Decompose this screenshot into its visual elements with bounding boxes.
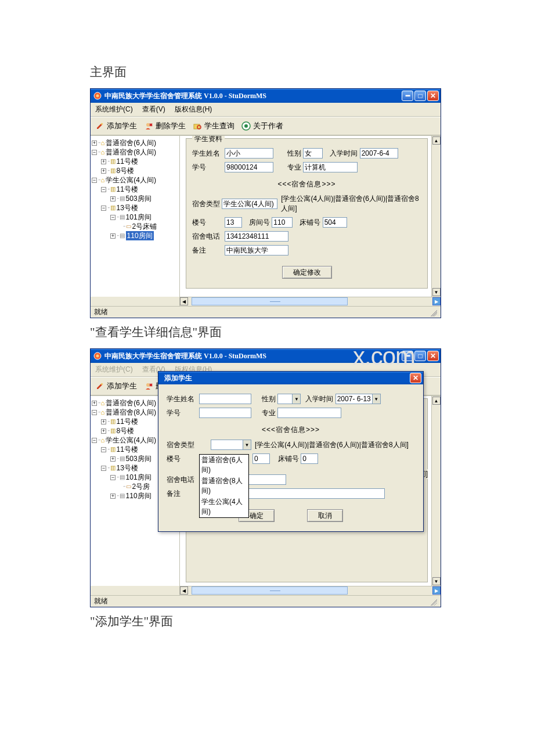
menu-system[interactable]: 系统维护(C)	[93, 104, 135, 115]
tree-node[interactable]: 11号楼	[117, 445, 138, 454]
scroll-down-icon[interactable]: ▼	[432, 288, 441, 296]
tree-node[interactable]: 101房间	[126, 213, 151, 222]
resize-grip-icon[interactable]	[429, 308, 437, 316]
enroll-label: 入学时间	[330, 149, 358, 159]
tree-node[interactable]: 普通宿舍(8人间)	[106, 147, 156, 157]
toolbar-delete-student[interactable]: 删除学生	[144, 121, 186, 131]
expand-icon[interactable]: +	[110, 233, 116, 239]
expand-icon[interactable]: +	[110, 456, 116, 462]
titlebar[interactable]: 中南民族大学学生宿舍管理系统 V1.0.0 - StuDormMS ━ □ ✕	[91, 89, 441, 103]
tree-node[interactable]: 普通宿舍(6人间)	[106, 398, 156, 408]
maximize-button[interactable]: □	[414, 91, 426, 101]
chevron-down-icon[interactable]: ▼	[372, 394, 380, 404]
expand-icon[interactable]: +	[110, 196, 116, 201]
tree-node-selected[interactable]: 110房间	[126, 231, 154, 240]
collapse-icon[interactable]: −	[92, 178, 97, 183]
expand-icon[interactable]: +	[92, 401, 97, 406]
phone-input[interactable]	[225, 231, 288, 242]
toolbar-query-student[interactable]: 学生查询	[193, 121, 234, 131]
tree-node[interactable]: 普通宿舍(8人间)	[106, 408, 156, 417]
scroll-thumb[interactable]	[192, 297, 348, 305]
scroll-up-icon[interactable]: ▲	[432, 397, 441, 405]
name-input[interactable]	[199, 394, 251, 404]
tree-node[interactable]: 13号楼	[117, 203, 138, 213]
toolbar-about[interactable]: 关于作者	[241, 121, 283, 131]
horizontal-scrollbar[interactable]: ◀ ▶	[180, 297, 441, 306]
dialog-titlebar[interactable]: 添加学生 ✕	[158, 372, 423, 384]
chevron-down-icon[interactable]: ▼	[292, 394, 300, 404]
tree-node[interactable]: 2号房	[132, 482, 150, 491]
confirm-modify-button[interactable]: 确定修改	[282, 266, 332, 279]
tree-node[interactable]: 2号床铺	[132, 222, 157, 231]
collapse-icon[interactable]: −	[101, 447, 106, 452]
collapse-icon[interactable]: −	[92, 438, 97, 443]
major-input[interactable]	[277, 408, 341, 418]
scroll-thumb[interactable]	[192, 586, 348, 595]
tree-node[interactable]: 8号楼	[117, 426, 135, 435]
tree-node[interactable]: 503房间	[126, 454, 151, 463]
scroll-left-icon[interactable]: ◀	[180, 297, 188, 305]
menu-view[interactable]: 查看(V)	[140, 104, 168, 115]
chevron-down-icon[interactable]: ▼	[243, 440, 251, 449]
sid-input[interactable]	[199, 408, 251, 418]
tree-node[interactable]: 13号楼	[117, 463, 138, 473]
scroll-right-icon[interactable]: ▶	[432, 586, 441, 595]
collapse-icon[interactable]: −	[92, 150, 97, 155]
dialog-close-button[interactable]: ✕	[410, 373, 421, 383]
tree-node[interactable]: 普通宿舍(6人间)	[106, 138, 156, 147]
expand-icon[interactable]: +	[101, 419, 106, 424]
close-button[interactable]: ✕	[427, 351, 439, 361]
collapse-icon[interactable]: −	[110, 475, 116, 480]
major-input[interactable]	[303, 162, 358, 172]
expand-icon[interactable]: +	[92, 141, 97, 146]
collapse-icon[interactable]: −	[92, 410, 97, 415]
bed-input[interactable]	[301, 453, 318, 464]
tree-node[interactable]: 8号楼	[117, 166, 135, 175]
tree-node[interactable]: 11号楼	[117, 185, 138, 194]
minimize-button[interactable]: ━	[402, 91, 413, 101]
tree-node[interactable]: 110房间	[126, 491, 151, 501]
expand-icon[interactable]: +	[101, 159, 106, 164]
tree-node[interactable]: 11号楼	[117, 417, 138, 426]
dorm-tree[interactable]: +··⌂普通宿舍(6人间) −··⌂普通宿舍(8人间) +··▥11号楼 +··…	[91, 136, 180, 297]
enroll-input[interactable]	[360, 148, 398, 159]
menu-copyright[interactable]: 版权信息(H)	[172, 104, 215, 115]
collapse-icon[interactable]: −	[101, 187, 106, 192]
toolbar-add-student[interactable]: 添加学生	[95, 381, 137, 391]
dropdown-option[interactable]: 普通宿舍(8人间)	[200, 476, 248, 496]
tree-node[interactable]: 101房间	[126, 473, 151, 482]
building-input[interactable]	[225, 217, 242, 228]
tree-node[interactable]: 11号楼	[117, 157, 138, 166]
resize-grip-icon[interactable]	[429, 597, 437, 606]
name-input[interactable]	[225, 148, 273, 159]
collapse-icon[interactable]: −	[110, 215, 116, 220]
dropdown-option[interactable]: 普通宿舍(6人间)	[200, 455, 248, 476]
expand-icon[interactable]: +	[101, 429, 106, 434]
tree-node[interactable]: 学生公寓(4人间)	[106, 435, 156, 445]
scroll-left-icon[interactable]: ◀	[180, 586, 188, 595]
toolbar-add-student[interactable]: 添加学生	[95, 121, 137, 131]
gender-input[interactable]	[303, 148, 323, 159]
expand-icon[interactable]: +	[110, 494, 116, 499]
room-input[interactable]	[272, 217, 293, 228]
tree-node[interactable]: 学生公寓(4人间)	[106, 175, 156, 185]
sid-input[interactable]	[225, 162, 273, 172]
vertical-scrollbar[interactable]: ▲ ▼	[431, 136, 441, 297]
bed-input[interactable]	[323, 217, 347, 228]
horizontal-scrollbar[interactable]: ◀ ▶	[180, 586, 441, 595]
close-button[interactable]: ✕	[427, 91, 439, 101]
expand-icon[interactable]: +	[101, 168, 106, 174]
collapse-icon[interactable]: −	[101, 466, 106, 471]
note-input[interactable]	[225, 245, 288, 255]
cancel-button[interactable]: 取消	[307, 509, 343, 522]
dropdown-option[interactable]: 学生公寓(4人间)	[200, 496, 248, 517]
type-dropdown-list[interactable]: 普通宿舍(6人间) 普通宿舍(8人间) 学生公寓(4人间)	[199, 454, 249, 518]
tree-node[interactable]: 503房间	[126, 194, 151, 203]
scroll-right-icon[interactable]: ▶	[432, 297, 441, 305]
type-input[interactable]	[222, 199, 277, 209]
scroll-down-icon[interactable]: ▼	[432, 577, 441, 585]
room-input[interactable]	[252, 453, 270, 464]
collapse-icon[interactable]: −	[101, 206, 106, 211]
scroll-up-icon[interactable]: ▲	[432, 136, 441, 145]
vertical-scrollbar[interactable]: ▲ ▼	[431, 396, 441, 586]
